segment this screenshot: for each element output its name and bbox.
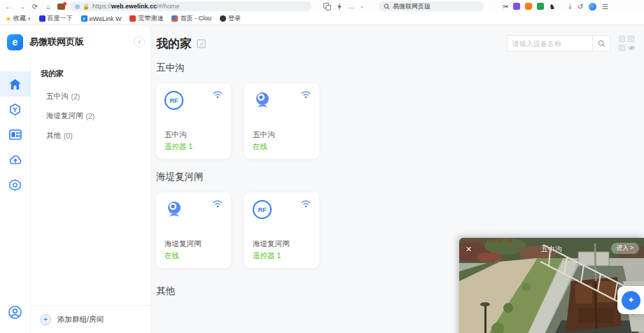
favorites-label: 收藏 bbox=[13, 14, 26, 23]
green-extension-icon[interactable] bbox=[537, 3, 544, 10]
home-nav-icon bbox=[9, 79, 21, 90]
service-float-button[interactable]: ✦ bbox=[617, 286, 644, 314]
ewelink-favicon: e bbox=[81, 15, 88, 22]
device-search bbox=[507, 35, 610, 52]
device-card-camera-haidifuhezha[interactable]: 海堤复河闸 在线 bbox=[156, 192, 231, 268]
wifi-icon bbox=[213, 200, 223, 208]
bookmark-speedtest[interactable]: 宽带测速 bbox=[130, 14, 163, 23]
sidebar-header: e 易微联网页版 ‹ bbox=[0, 25, 150, 59]
nav-devices[interactable] bbox=[0, 122, 31, 147]
download-icon[interactable]: ⤓ bbox=[568, 2, 571, 10]
section-title-wuzhonggou: 五中沟 bbox=[156, 62, 638, 74]
room-item-other[interactable]: 其他 (0) bbox=[31, 126, 150, 146]
address-bar[interactable]: 🔒 https://web.ewelink.cc/#/home bbox=[70, 1, 312, 11]
device-status: 遥控器 1 bbox=[253, 251, 311, 261]
nav-scene[interactable] bbox=[0, 97, 31, 122]
room-item-wuzhonggou[interactable]: 五中沟 (2) bbox=[31, 87, 150, 106]
grid-view-icon-2[interactable] bbox=[628, 36, 634, 42]
lock-icon: 🔒 bbox=[83, 3, 90, 10]
app-title: 易微联网页版 bbox=[29, 36, 134, 48]
grid-view-icon-3[interactable] bbox=[619, 45, 625, 51]
url-path: /#/home bbox=[157, 3, 180, 10]
toolbar-right: ⤓ ↺ ☰ bbox=[568, 2, 608, 10]
rooms-list: 我的家 五中沟 (2) 海堤复河闸 (2) 其他 (0) bbox=[31, 59, 150, 305]
caret-down-icon: ▾ bbox=[28, 16, 31, 22]
speedtest-favicon bbox=[130, 15, 136, 22]
camera-enter-button[interactable]: 进入 > bbox=[611, 243, 639, 254]
home-icon[interactable]: ⌂ bbox=[44, 3, 52, 10]
service-icon: ✦ bbox=[622, 291, 640, 310]
nav-home[interactable] bbox=[0, 71, 31, 97]
purple-extension-icon[interactable] bbox=[513, 3, 520, 10]
device-search-input[interactable] bbox=[507, 40, 592, 48]
hide-offline-icon[interactable] bbox=[628, 45, 636, 51]
device-status: 在线 bbox=[253, 142, 311, 152]
device-status: 遥控器 1 bbox=[164, 142, 223, 152]
bookmark-cloud-home[interactable]: 首页 - Clou bbox=[172, 14, 211, 23]
device-card-rf-haidifuhezha[interactable]: RF 海堤复河闸 遥控器 1 bbox=[244, 192, 319, 268]
url-text: https://web.ewelink.cc/#/home bbox=[92, 3, 180, 10]
room-item-haidifuhezha[interactable]: 海堤复河闸 (2) bbox=[31, 106, 150, 126]
chevron-down-icon[interactable]: ⌄ bbox=[360, 3, 364, 9]
refresh-icon[interactable]: ⟳ bbox=[31, 3, 39, 10]
translate-icon[interactable] bbox=[323, 3, 331, 10]
browser-profile-icon[interactable] bbox=[589, 3, 596, 10]
device-name: 海堤复河闸 bbox=[164, 239, 223, 249]
device-name: 五中沟 bbox=[164, 130, 223, 140]
ewelink-app: e 易微联网页版 ‹ bbox=[0, 25, 644, 333]
nav-rail bbox=[0, 59, 31, 333]
workspace-extension-icon[interactable] bbox=[57, 3, 65, 10]
omnibox-actions: … ⌄ bbox=[323, 3, 364, 10]
extensions: ✂ ♞ bbox=[503, 3, 555, 10]
url-host: web.ewelink.cc bbox=[111, 3, 157, 10]
flash-icon[interactable] bbox=[337, 3, 342, 10]
device-card-camera-wuzhonggou[interactable]: 五中沟 在线 bbox=[244, 83, 319, 159]
search-icon bbox=[384, 3, 390, 10]
device-search-button[interactable] bbox=[592, 36, 610, 51]
browser-search[interactable]: 易微联网页版 bbox=[379, 1, 484, 11]
gear-icon bbox=[9, 179, 21, 191]
bookmark-login[interactable]: 登录 bbox=[220, 14, 241, 23]
nav-account[interactable] bbox=[0, 299, 31, 325]
device-status: 在线 bbox=[164, 251, 223, 261]
ewelink-logo: e bbox=[7, 34, 23, 50]
user-icon bbox=[8, 306, 22, 319]
plus-icon: + bbox=[40, 314, 51, 325]
forward-icon[interactable]: → bbox=[18, 3, 26, 10]
scissors-extension-icon[interactable]: ✂ bbox=[503, 3, 508, 10]
back-icon[interactable]: ← bbox=[4, 3, 13, 10]
rf-device-icon: RF bbox=[164, 91, 183, 110]
device-card-rf-wuzhonggou[interactable]: RF 五中沟 遥控器 1 bbox=[156, 83, 231, 159]
camera-device-icon bbox=[164, 200, 184, 220]
history-icon[interactable]: ↺ bbox=[578, 3, 583, 10]
section-title-haidifuhezha: 海堤复河闸 bbox=[156, 171, 638, 183]
grid-view-icon-1[interactable] bbox=[619, 36, 625, 42]
scene-icon bbox=[9, 104, 21, 115]
rooms-panel: 我的家 五中沟 (2) 海堤复河闸 (2) 其他 (0) + bbox=[31, 59, 150, 333]
nav-cloud[interactable] bbox=[0, 147, 31, 172]
site-info-icon[interactable] bbox=[75, 4, 80, 9]
bookmark-ewelink[interactable]: e eWeLink W bbox=[81, 15, 122, 22]
wifi-icon bbox=[301, 91, 311, 99]
bookmark-baidu[interactable]: 百度一下 bbox=[39, 14, 73, 23]
game-extension-icon[interactable] bbox=[525, 3, 532, 10]
cloud-upload-icon bbox=[9, 155, 22, 165]
paw-extension-icon[interactable]: ♞ bbox=[549, 3, 555, 10]
device-name: 海堤复河闸 bbox=[253, 239, 311, 249]
menu-icon[interactable]: ☰ bbox=[602, 3, 608, 10]
more-icon[interactable]: … bbox=[348, 3, 354, 10]
home-group-title[interactable]: 我的家 bbox=[31, 69, 150, 87]
url-scheme: https:// bbox=[92, 3, 111, 10]
card-grid: RF 五中沟 遥控器 1 bbox=[156, 83, 638, 159]
baidu-favicon bbox=[39, 15, 46, 22]
edit-home-icon[interactable] bbox=[197, 39, 206, 48]
browser-toolbar: ← → ⟳ ⌂ 🔒 https://web.ewelink.cc/#/home … bbox=[0, 0, 644, 13]
sidebar: e 易微联网页版 ‹ bbox=[0, 25, 150, 333]
favorites-menu[interactable]: ★ 收藏 ▾ bbox=[6, 14, 31, 23]
add-room-button[interactable]: + 添加群组/房间 bbox=[31, 305, 150, 333]
sidebar-body: 我的家 五中沟 (2) 海堤复河闸 (2) 其他 (0) + bbox=[0, 59, 150, 333]
sidebar-collapse-button[interactable]: ‹ bbox=[134, 36, 145, 48]
nav-settings[interactable] bbox=[0, 172, 31, 197]
device-name: 五中沟 bbox=[253, 130, 311, 140]
camera-preview-popup[interactable]: 2024-04-08 12:07:38 ✕ 五中沟 进入 > bbox=[459, 238, 644, 333]
